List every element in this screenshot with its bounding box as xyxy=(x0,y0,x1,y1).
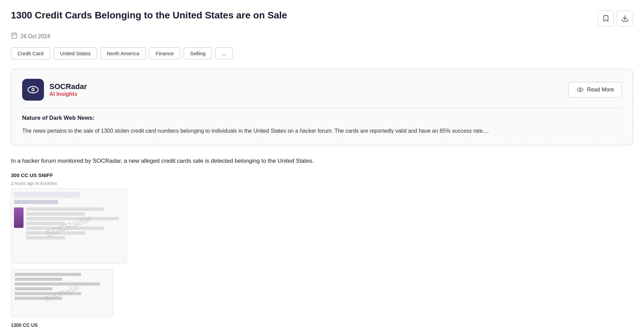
screenshot-sublabel: 2 hours ago in Auctions xyxy=(11,181,633,186)
forum-line-6 xyxy=(15,297,62,300)
forum-line-3 xyxy=(15,282,100,286)
svg-line-13 xyxy=(580,87,580,88)
download-button[interactable] xyxy=(617,10,633,27)
tag-united-states[interactable]: United States xyxy=(53,47,97,59)
screenshot-sub-bar xyxy=(14,200,58,204)
screenshot-text-lines xyxy=(26,207,124,261)
svg-point-12 xyxy=(580,89,581,90)
forum-line-5 xyxy=(15,292,81,295)
text-line-2 xyxy=(26,212,85,216)
calendar-icon xyxy=(11,32,18,41)
date-row: 26 Oct 2024 xyxy=(11,32,633,41)
svg-line-9 xyxy=(33,92,34,94)
tag-north-america[interactable]: North America xyxy=(101,47,146,59)
ai-brand-name: SOCRadar xyxy=(49,82,87,91)
ai-brand-text: SOCRadar AI Insights xyxy=(49,82,87,97)
screenshot-inner xyxy=(11,189,126,263)
read-more-button[interactable]: Read More xyxy=(568,82,622,98)
svg-rect-1 xyxy=(12,33,17,38)
text-line-5 xyxy=(26,227,104,230)
article-date: 26 Oct 2024 xyxy=(20,33,50,40)
card-divider xyxy=(22,107,622,108)
svg-line-14 xyxy=(580,91,581,92)
screenshot-header-bar xyxy=(14,192,80,198)
bookmark-icon xyxy=(602,15,610,22)
text-line-6 xyxy=(26,231,85,235)
text-line-4 xyxy=(26,222,65,225)
text-line-7 xyxy=(26,236,65,239)
download-icon xyxy=(621,15,629,22)
ai-insights-card: SOCRadar AI Insights Read More Nature of… xyxy=(11,69,633,145)
screenshot-box-2: SOCRadar xyxy=(11,269,113,317)
svg-line-8 xyxy=(32,86,33,87)
ai-card-header: SOCRadar AI Insights Read More xyxy=(22,79,622,101)
read-more-eye-icon xyxy=(576,86,584,94)
page-header: 1300 Credit Cards Belonging to the Unite… xyxy=(11,10,633,27)
tags-row: Credit Card United States North America … xyxy=(11,47,633,59)
text-line-3 xyxy=(26,217,119,220)
tag-selling[interactable]: Selling xyxy=(184,47,212,59)
ai-section-text: The news pertains to the sale of 1300 st… xyxy=(22,126,622,135)
page-title: 1300 Credit Cards Belonging to the Unite… xyxy=(11,10,287,21)
tag-credit-card[interactable]: Credit Card xyxy=(11,47,50,59)
ai-brand: SOCRadar AI Insights xyxy=(22,79,87,101)
forum-content xyxy=(11,270,113,303)
forum-line-4 xyxy=(15,287,52,290)
text-line-1 xyxy=(26,207,104,211)
ai-section-title: Nature of Dark Web News: xyxy=(22,115,622,121)
read-more-label: Read More xyxy=(587,87,614,93)
header-actions xyxy=(598,10,633,27)
forum-line-2 xyxy=(15,278,62,281)
screenshot-label: 300 CC US SNIFF xyxy=(11,172,633,178)
svg-point-7 xyxy=(32,89,34,91)
tag-more[interactable]: ... xyxy=(215,47,233,59)
ai-brand-subtitle: AI Insights xyxy=(49,91,87,97)
bottom-label: 1300 CC US xyxy=(11,322,633,328)
article-intro: In a hacker forum monitored by SOCRadar,… xyxy=(11,156,633,165)
forum-screenshots: 300 CC US SNIFF 2 hours ago in Auctions … xyxy=(11,172,633,328)
ai-logo xyxy=(22,79,44,101)
screenshot-box-1: SOCRadar xyxy=(11,189,127,264)
screenshot-content-area xyxy=(14,207,124,261)
socradar-eye-icon xyxy=(27,83,40,96)
bookmark-button[interactable] xyxy=(598,10,614,27)
tag-finance[interactable]: Finance xyxy=(149,47,180,59)
forum-line-1 xyxy=(15,273,81,276)
screenshot-avatar xyxy=(14,207,24,228)
